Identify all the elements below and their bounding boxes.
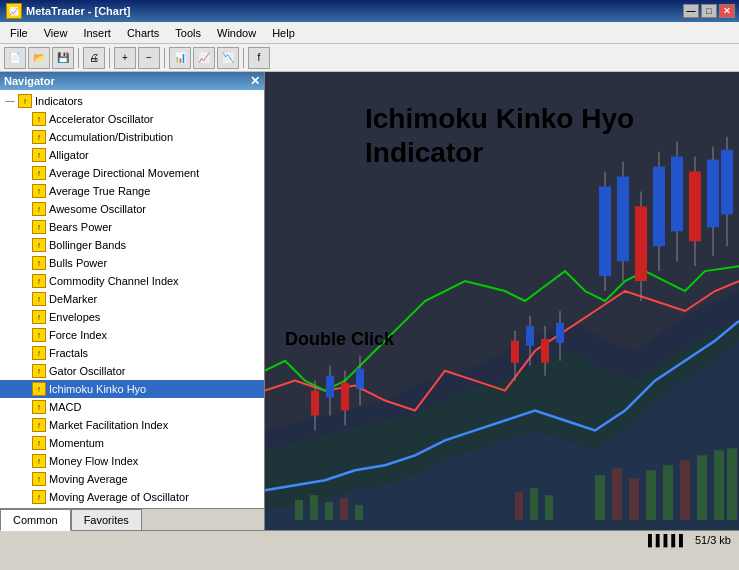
chart-area[interactable]: Ichimoku Kinko Hyo Indicator Double Clic…	[265, 72, 739, 530]
svg-rect-44	[595, 475, 605, 520]
item-icon-17: f	[32, 418, 46, 432]
tree-root: — f Indicators fAccelerator OscillatorfA…	[0, 90, 264, 508]
tree-item-10[interactable]: fDeMarker	[0, 290, 264, 308]
title-bar-left: 📈 MetaTrader - [Chart]	[6, 3, 131, 19]
item-label-21: Moving Average of Oscillator	[49, 491, 189, 503]
toolbar-candle-chart[interactable]: 📈	[193, 47, 215, 69]
menu-window[interactable]: Window	[211, 25, 262, 41]
toolbar-indicator[interactable]: f	[248, 47, 270, 69]
tree-root-label: Indicators	[35, 95, 83, 107]
toolbar-new[interactable]: 📄	[4, 47, 26, 69]
tab-common[interactable]: Common	[0, 509, 71, 531]
status-info-text: 51/3 kb	[695, 534, 731, 546]
tree-item-7[interactable]: fBollinger Bands	[0, 236, 264, 254]
status-info: 51/3 kb	[695, 534, 731, 546]
chart-title-line2: Indicator	[365, 136, 634, 170]
svg-rect-41	[515, 492, 523, 520]
svg-rect-48	[663, 465, 673, 520]
item-label-14: Gator Oscillator	[49, 365, 125, 377]
item-icon-16: f	[32, 400, 46, 414]
item-icon-13: f	[32, 346, 46, 360]
item-label-4: Average True Range	[49, 185, 150, 197]
close-button[interactable]: ✕	[719, 4, 735, 18]
svg-rect-43	[545, 495, 553, 520]
item-icon-10: f	[32, 292, 46, 306]
item-label-5: Awesome Oscillator	[49, 203, 146, 215]
tree-item-11[interactable]: fEnvelopes	[0, 308, 264, 326]
item-icon-14: f	[32, 364, 46, 378]
navigator-tree[interactable]: — f Indicators fAccelerator OscillatorfA…	[0, 90, 264, 508]
item-icon-5: f	[32, 202, 46, 216]
svg-rect-37	[310, 495, 318, 520]
menu-view[interactable]: View	[38, 25, 74, 41]
expand-icon-indicators: —	[2, 93, 18, 109]
maximize-button[interactable]: □	[701, 4, 717, 18]
item-icon-11: f	[32, 310, 46, 324]
item-icon-20: f	[32, 472, 46, 486]
svg-rect-45	[612, 468, 622, 520]
item-label-1: Accumulation/Distribution	[49, 131, 173, 143]
chart-title-line1: Ichimoku Kinko Hyo	[365, 102, 634, 136]
tree-item-0[interactable]: fAccelerator Oscillator	[0, 110, 264, 128]
item-label-6: Bears Power	[49, 221, 112, 233]
toolbar: 📄 📂 💾 🖨 + − 📊 📈 📉 f	[0, 44, 739, 72]
tree-item-21[interactable]: fMoving Average of Oscillator	[0, 488, 264, 506]
toolbar-zoom-in[interactable]: +	[114, 47, 136, 69]
tree-item-15[interactable]: fIchimoku Kinko Hyo	[0, 380, 264, 398]
svg-rect-47	[646, 470, 656, 520]
svg-rect-39	[340, 498, 348, 520]
item-label-19: Money Flow Index	[49, 455, 138, 467]
tree-item-17[interactable]: fMarket Facilitation Index	[0, 416, 264, 434]
item-label-10: DeMarker	[49, 293, 97, 305]
tab-favorites[interactable]: Favorites	[71, 509, 142, 530]
svg-rect-17	[541, 339, 549, 363]
menu-file[interactable]: File	[4, 25, 34, 41]
svg-rect-11	[356, 369, 364, 389]
tree-item-20[interactable]: fMoving Average	[0, 470, 264, 488]
svg-rect-21	[599, 187, 611, 277]
item-label-11: Envelopes	[49, 311, 100, 323]
item-icon-15: f	[32, 382, 46, 396]
toolbar-separator-3	[164, 48, 165, 68]
toolbar-open[interactable]: 📂	[28, 47, 50, 69]
item-label-0: Accelerator Oscillator	[49, 113, 154, 125]
tree-item-9[interactable]: fCommodity Channel Index	[0, 272, 264, 290]
item-label-15: Ichimoku Kinko Hyo	[49, 383, 146, 395]
minimize-button[interactable]: —	[683, 4, 699, 18]
tree-item-2[interactable]: fAlligator	[0, 146, 264, 164]
menu-charts[interactable]: Charts	[121, 25, 165, 41]
item-label-17: Market Facilitation Index	[49, 419, 168, 431]
toolbar-zoom-out[interactable]: −	[138, 47, 160, 69]
item-label-7: Bollinger Bands	[49, 239, 126, 251]
tree-item-13[interactable]: fFractals	[0, 344, 264, 362]
menu-insert[interactable]: Insert	[77, 25, 117, 41]
toolbar-print[interactable]: 🖨	[83, 47, 105, 69]
tree-item-3[interactable]: fAverage Directional Movement	[0, 164, 264, 182]
tree-item-19[interactable]: fMoney Flow Index	[0, 452, 264, 470]
menu-tools[interactable]: Tools	[169, 25, 207, 41]
toolbar-bar-chart[interactable]: 📊	[169, 47, 191, 69]
double-click-label: Double Click	[285, 329, 394, 350]
tree-item-5[interactable]: fAwesome Oscillator	[0, 200, 264, 218]
svg-rect-40	[355, 505, 363, 520]
tree-item-8[interactable]: fBulls Power	[0, 254, 264, 272]
item-icon-3: f	[32, 166, 46, 180]
menu-help[interactable]: Help	[266, 25, 301, 41]
navigator-header: Navigator ✕	[0, 72, 264, 90]
toolbar-line-chart[interactable]: 📉	[217, 47, 239, 69]
toolbar-save[interactable]: 💾	[52, 47, 74, 69]
tree-item-16[interactable]: fMACD	[0, 398, 264, 416]
tree-item-12[interactable]: fForce Index	[0, 326, 264, 344]
tree-root-indicators[interactable]: — f Indicators	[0, 92, 264, 110]
navigator-close-button[interactable]: ✕	[250, 74, 260, 88]
tree-item-6[interactable]: fBears Power	[0, 218, 264, 236]
tree-item-1[interactable]: fAccumulation/Distribution	[0, 128, 264, 146]
main-area: Navigator ✕ — f Indicators fAccelerator …	[0, 72, 739, 530]
item-label-8: Bulls Power	[49, 257, 107, 269]
tree-item-18[interactable]: fMomentum	[0, 434, 264, 452]
svg-rect-33	[707, 160, 719, 228]
status-bar: ▌▌▌▌▌ 51/3 kb	[0, 530, 739, 548]
svg-rect-38	[325, 502, 333, 520]
tree-item-4[interactable]: fAverage True Range	[0, 182, 264, 200]
tree-item-14[interactable]: fGator Oscillator	[0, 362, 264, 380]
